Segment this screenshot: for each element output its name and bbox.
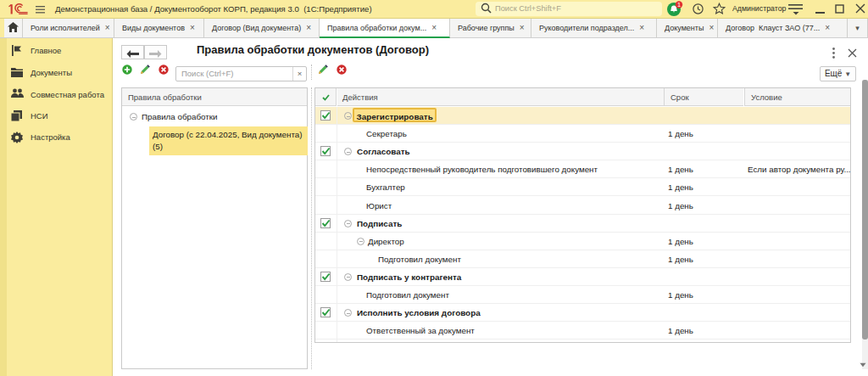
svg-text:1: 1 <box>677 1 681 8</box>
